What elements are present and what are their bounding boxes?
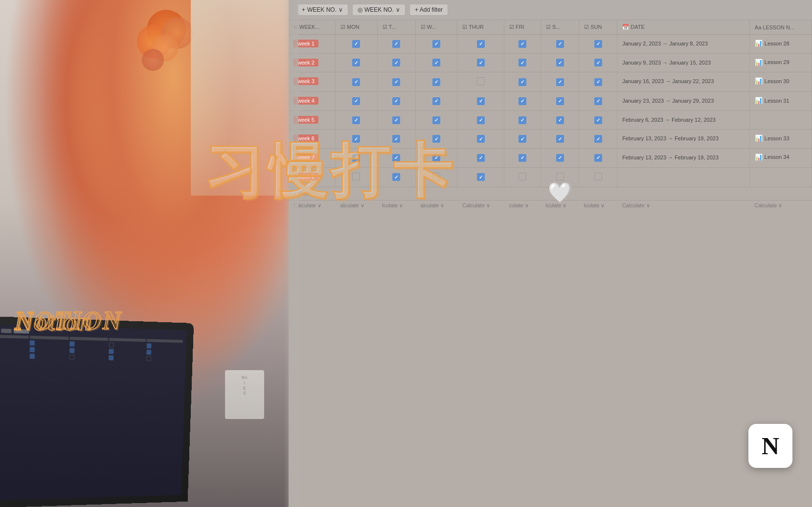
sun-cell[interactable] (579, 148, 617, 167)
wed-checkbox[interactable] (432, 154, 440, 162)
wed-cell[interactable] (415, 130, 457, 149)
fri-cell[interactable] (504, 92, 541, 111)
sun-checkbox[interactable] (594, 154, 602, 162)
thu-cell[interactable] (457, 53, 504, 72)
sat-cell[interactable] (541, 92, 579, 111)
tue-checkbox[interactable] (392, 97, 400, 105)
sun-cell[interactable] (579, 130, 617, 149)
tue-checkbox[interactable] (392, 78, 400, 86)
fri-cell[interactable] (504, 72, 541, 92)
tue-cell[interactable] (377, 92, 415, 111)
fri-cell[interactable] (504, 130, 541, 149)
lesson-cell[interactable]: 📊Lesson 33 (749, 130, 812, 149)
sun-checkbox[interactable] (594, 97, 602, 105)
wed-checkbox[interactable] (432, 59, 440, 66)
table-row[interactable]: week 4January 23, 2023 → January 29, 202… (289, 92, 812, 111)
sat-cell[interactable] (541, 72, 579, 92)
tue-checkbox[interactable] (392, 40, 400, 48)
fri-cell[interactable] (504, 148, 541, 167)
week-no-filter-2[interactable]: ◎ WEEK NO. ∨ (352, 4, 406, 16)
sat-checkbox[interactable] (556, 135, 564, 143)
wed-cell[interactable] (415, 110, 457, 130)
thu-cell[interactable] (457, 35, 504, 54)
mon-checkbox[interactable] (352, 173, 360, 180)
mon-cell[interactable] (336, 148, 378, 167)
wed-checkbox[interactable] (432, 78, 440, 86)
thu-cell[interactable] (457, 92, 504, 111)
add-filter-button[interactable]: + Add filter (409, 4, 448, 16)
mon-cell[interactable] (336, 72, 378, 92)
table-row[interactable]: week 1January 2, 2023 → January 8, 2023📊… (289, 35, 812, 54)
mon-cell[interactable] (336, 167, 378, 187)
tue-cell[interactable] (377, 167, 415, 187)
tue-cell[interactable] (377, 53, 415, 72)
calc-date[interactable]: Calculate ∨ (617, 200, 750, 211)
thu-checkbox[interactable] (477, 135, 485, 143)
table-row[interactable]: week 6February 13, 2023 → February 19, 2… (289, 130, 812, 149)
thu-checkbox[interactable] (477, 97, 485, 105)
sun-cell[interactable] (579, 35, 617, 54)
mon-checkbox[interactable] (352, 154, 360, 162)
tue-cell[interactable] (377, 72, 415, 92)
lesson-cell[interactable] (749, 110, 812, 130)
wed-checkbox[interactable] (432, 97, 440, 105)
tue-checkbox[interactable] (392, 135, 400, 143)
wed-cell[interactable] (415, 148, 457, 167)
lesson-cell[interactable]: 📊Lesson 31 (749, 92, 812, 111)
fri-checkbox[interactable] (519, 78, 526, 86)
wed-cell[interactable] (415, 53, 457, 72)
wed-checkbox[interactable] (432, 135, 440, 143)
calc-thu[interactable]: Calculate ∨ (457, 200, 504, 211)
sun-checkbox[interactable] (594, 116, 602, 124)
sat-cell[interactable] (541, 53, 579, 72)
tue-checkbox[interactable] (392, 59, 400, 66)
lesson-cell[interactable]: 📊Lesson 28 (749, 35, 812, 54)
tue-cell[interactable] (377, 110, 415, 130)
wed-cell[interactable] (415, 92, 457, 111)
sun-cell[interactable] (579, 110, 617, 130)
table-row[interactable]: week 7February 13, 2023 → February 19, 2… (289, 148, 812, 167)
sun-cell[interactable] (579, 53, 617, 72)
fri-checkbox[interactable] (519, 116, 526, 124)
sun-cell[interactable] (579, 72, 617, 92)
thu-cell[interactable] (457, 130, 504, 149)
lesson-cell[interactable]: 📊Lesson 34 (749, 148, 812, 167)
fri-checkbox[interactable] (519, 97, 526, 105)
mon-checkbox[interactable] (352, 116, 360, 124)
table-row[interactable]: week 3January 16, 2023 → January 22, 202… (289, 72, 812, 92)
mon-cell[interactable] (336, 53, 378, 72)
sun-checkbox[interactable] (594, 59, 602, 66)
table-row[interactable]: week 5February 6, 2023 → February 12, 20… (289, 110, 812, 130)
wed-checkbox[interactable] (432, 173, 440, 180)
wed-checkbox[interactable] (432, 116, 440, 124)
fri-checkbox[interactable] (519, 40, 526, 48)
tue-cell[interactable] (377, 35, 415, 54)
sun-checkbox[interactable] (594, 40, 602, 48)
tue-checkbox[interactable] (392, 154, 400, 162)
sat-checkbox[interactable] (556, 40, 564, 48)
thu-checkbox[interactable] (477, 59, 485, 66)
thu-cell[interactable] (457, 167, 504, 187)
sat-cell[interactable] (541, 110, 579, 130)
tue-checkbox[interactable] (392, 173, 400, 181)
table-row[interactable]: week 2January 9, 2023 → January 15, 2023… (289, 53, 812, 72)
mon-checkbox[interactable] (352, 40, 360, 48)
thu-checkbox[interactable] (477, 154, 485, 162)
fri-checkbox[interactable] (519, 154, 526, 162)
lesson-cell[interactable]: 📊Lesson 30 (749, 72, 812, 92)
sat-checkbox[interactable] (556, 97, 564, 105)
fri-cell[interactable] (504, 167, 541, 187)
sat-checkbox[interactable] (556, 154, 564, 162)
sat-checkbox[interactable] (556, 78, 564, 86)
wed-checkbox[interactable] (432, 40, 440, 48)
week-no-filter-1[interactable]: + WEEK NO. ∨ (296, 4, 348, 16)
calc-mon[interactable]: alculate ∨ (336, 200, 378, 211)
wed-cell[interactable] (415, 167, 457, 187)
thu-cell[interactable] (457, 72, 504, 92)
wed-cell[interactable] (415, 35, 457, 54)
mon-cell[interactable] (336, 110, 378, 130)
thu-checkbox[interactable] (477, 40, 485, 48)
sun-checkbox[interactable] (594, 173, 602, 180)
thu-checkbox[interactable] (477, 173, 485, 181)
sat-checkbox[interactable] (556, 173, 564, 180)
